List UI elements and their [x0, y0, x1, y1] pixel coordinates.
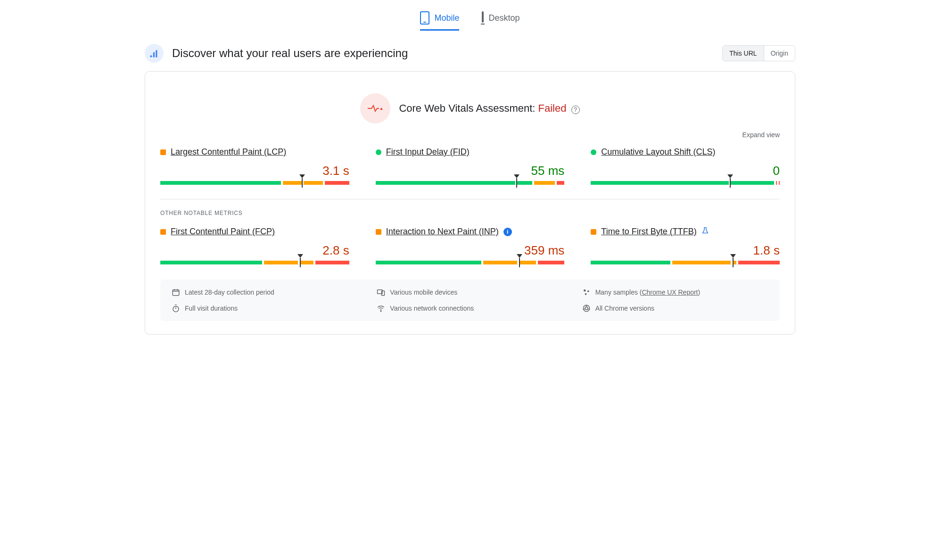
metric-ttfb-bar	[591, 261, 780, 264]
footer-networks: Various network connections	[377, 304, 563, 313]
other-metrics-label: OTHER NOTABLE METRICS	[160, 210, 780, 216]
metric-cls-value: 0	[591, 157, 780, 180]
assessment-title: Core Web Vitals Assessment: Failed ?	[399, 102, 579, 115]
network-icon	[377, 304, 385, 313]
metric-fid: First Input Delay (FID) 55 ms	[376, 147, 565, 185]
metric-ttfb-name[interactable]: Time to First Byte (TTFB)	[601, 227, 696, 237]
chrome-icon	[582, 304, 591, 313]
assessment-row: Core Web Vitals Assessment: Failed ?	[160, 85, 780, 129]
footer-samples-post: )	[698, 288, 701, 296]
laptop-icon	[482, 12, 484, 24]
marker-icon	[730, 178, 731, 188]
tab-desktop[interactable]: Desktop	[482, 11, 519, 31]
metric-fcp-name[interactable]: First Contentful Paint (FCP)	[171, 227, 275, 237]
footer-versions-text: All Chrome versions	[595, 305, 654, 312]
calendar-icon	[172, 288, 180, 296]
metric-lcp-name[interactable]: Largest Contentful Paint (LCP)	[171, 147, 286, 157]
stopwatch-icon	[172, 304, 180, 313]
metric-inp-value: 359 ms	[376, 237, 565, 260]
metric-fid-bar	[376, 181, 565, 185]
divider	[160, 199, 780, 199]
footer-devices-text: Various mobile devices	[390, 288, 457, 296]
svg-rect-2	[156, 50, 157, 58]
metric-fcp: First Contentful Paint (FCP) 2.8 s	[160, 227, 349, 264]
status-badge	[591, 229, 596, 235]
scope-toggle: This URL Origin	[722, 45, 795, 61]
flask-icon[interactable]	[701, 227, 709, 237]
expand-view-link[interactable]: Expand view	[160, 129, 780, 147]
status-badge	[160, 149, 166, 155]
metric-fid-value: 55 ms	[376, 157, 565, 180]
metric-ttfb-value: 1.8 s	[591, 237, 780, 260]
info-icon[interactable]: i	[503, 228, 512, 236]
svg-point-10	[381, 311, 382, 312]
header-row: Discover what your real users are experi…	[145, 35, 795, 71]
vitals-card: Core Web Vitals Assessment: Failed ? Exp…	[145, 71, 795, 335]
metric-fid-name[interactable]: First Input Delay (FID)	[386, 147, 470, 157]
scope-this-url-button[interactable]: This URL	[723, 46, 763, 61]
svg-point-6	[584, 289, 586, 292]
core-metrics-grid: Largest Contentful Paint (LCP) 3.1 s Fir…	[160, 147, 780, 185]
marker-icon	[300, 258, 301, 267]
footer-durations: Full visit durations	[172, 304, 358, 313]
metric-fcp-value: 2.8 s	[160, 237, 349, 260]
status-badge	[160, 229, 166, 235]
phone-icon	[420, 11, 429, 25]
marker-icon	[519, 258, 520, 267]
footer-period-text: Latest 28-day collection period	[185, 288, 274, 296]
metric-lcp-value: 3.1 s	[160, 157, 349, 180]
chrome-ux-report-link[interactable]: Chrome UX Report	[642, 288, 698, 296]
marker-icon	[516, 178, 517, 188]
footer-networks-text: Various network connections	[390, 305, 474, 312]
metric-inp: Interaction to Next Paint (INP) i 359 ms	[376, 227, 565, 264]
tab-mobile-label: Mobile	[434, 13, 459, 23]
status-badge	[376, 149, 381, 155]
devices-icon	[377, 288, 385, 296]
metric-fcp-bar	[160, 261, 349, 264]
scope-origin-button[interactable]: Origin	[764, 46, 795, 61]
marker-icon	[302, 178, 303, 188]
marker-icon	[733, 258, 734, 267]
metric-cls: Cumulative Layout Shift (CLS) 0	[591, 147, 780, 185]
footer-period: Latest 28-day collection period	[172, 288, 358, 296]
footer-versions: All Chrome versions	[582, 304, 768, 313]
svg-point-7	[587, 290, 589, 292]
page-title: Discover what your real users are experi…	[172, 47, 408, 60]
samples-icon	[582, 288, 591, 296]
svg-point-8	[585, 293, 586, 295]
status-badge	[376, 229, 381, 235]
status-badge	[591, 149, 596, 155]
help-icon[interactable]: ?	[571, 106, 580, 114]
tab-desktop-label: Desktop	[488, 13, 519, 23]
svg-rect-3	[173, 290, 179, 296]
svg-rect-1	[153, 52, 155, 58]
footer-samples-pre: Many samples (	[595, 288, 642, 296]
metric-lcp: Largest Contentful Paint (LCP) 3.1 s	[160, 147, 349, 185]
assessment-label: Core Web Vitals Assessment:	[399, 102, 538, 114]
metric-inp-bar	[376, 261, 565, 264]
metric-lcp-bar	[160, 181, 349, 185]
svg-point-0	[150, 55, 152, 57]
footer-samples: Many samples (Chrome UX Report)	[582, 288, 768, 296]
svg-point-12	[585, 307, 588, 310]
assessment-fail-icon	[360, 93, 390, 124]
metric-inp-name[interactable]: Interaction to Next Paint (INP)	[386, 227, 499, 237]
footer-devices: Various mobile devices	[377, 288, 563, 296]
device-tabs: Mobile Desktop	[145, 0, 795, 35]
tab-mobile[interactable]: Mobile	[420, 11, 459, 31]
gauge-icon	[145, 44, 164, 63]
metric-cls-bar	[591, 181, 780, 185]
footer-durations-text: Full visit durations	[185, 305, 238, 312]
metric-cls-name[interactable]: Cumulative Layout Shift (CLS)	[601, 147, 715, 157]
other-metrics-grid: First Contentful Paint (FCP) 2.8 s Inter…	[160, 227, 780, 264]
assessment-status: Failed	[538, 102, 567, 114]
metric-ttfb: Time to First Byte (TTFB) 1.8 s	[591, 227, 780, 264]
footer-info: Latest 28-day collection period Various …	[160, 280, 780, 321]
